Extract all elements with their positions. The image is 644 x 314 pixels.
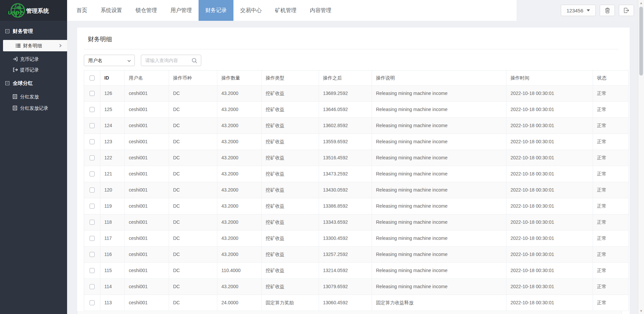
cell-coin: DC (169, 86, 217, 102)
row-checkbox[interactable] (90, 220, 95, 225)
table-row: 117 ceshi001 DC 43.2000 挖矿收益 13300.4592 … (84, 230, 628, 247)
row-checkbox-cell (84, 134, 100, 150)
cell-type: 固定算力奖励 (262, 295, 319, 311)
row-checkbox[interactable] (90, 300, 95, 305)
cell-status: 正常 (593, 279, 629, 295)
sidebar-item-withdraw-records[interactable]: 提币记录 (0, 63, 67, 76)
row-checkbox-cell (84, 230, 100, 247)
row-checkbox[interactable] (90, 91, 95, 96)
sidebar-item-dividend-grant[interactable]: 分红发放 (0, 90, 67, 103)
column-header-after: 操作之后 (319, 70, 372, 86)
filter-field-select[interactable]: 用户名 (84, 55, 135, 66)
row-checkbox[interactable] (90, 123, 95, 128)
sign-in-icon (13, 57, 18, 61)
row-checkbox-cell (84, 150, 100, 166)
sidebar-item-dividend-grant-records[interactable]: 分红发放记录 (0, 102, 67, 114)
nav-item-content-management[interactable]: 内容管理 (303, 0, 338, 21)
row-checkbox[interactable] (90, 252, 95, 257)
doc-icon (13, 94, 17, 99)
cell-after: 13473.2592 (319, 166, 372, 182)
row-checkbox[interactable] (90, 204, 95, 209)
title-divider (84, 49, 619, 49)
cell-username: ceshi001 (125, 279, 169, 295)
cell-type: 挖矿收益 (262, 198, 319, 214)
sidebar-section-finance[interactable]: 财务管理 (0, 26, 67, 36)
cell-coin: DC (169, 182, 217, 198)
cell-description: Releasing mining machine income (372, 230, 506, 247)
scrollbar-up-arrow[interactable]: ▲ (638, 1, 644, 5)
trash-button[interactable] (600, 5, 615, 16)
nav-item-home[interactable]: 首页 (70, 0, 94, 21)
row-checkbox-cell (84, 295, 100, 311)
row-checkbox[interactable] (90, 188, 95, 193)
row-checkbox[interactable] (90, 139, 95, 144)
trash-icon (605, 8, 610, 13)
sign-out-icon (13, 67, 18, 72)
cell-coin: DC (169, 166, 217, 182)
cell-amount: 43.2000 (217, 230, 262, 247)
nav-item-user-management[interactable]: 用户管理 (164, 0, 199, 21)
cell-id: 114 (100, 279, 125, 295)
nav-item-system-settings[interactable]: 系统设置 (94, 0, 129, 21)
row-checkbox[interactable] (90, 284, 95, 289)
top-header: USDZ 管理系统 首页 系统设置 锁仓管理 用户管理 财务记录 交易中心 矿机… (0, 0, 644, 21)
row-checkbox[interactable] (90, 236, 95, 241)
export-button[interactable] (619, 5, 634, 16)
nav-item-finance-records[interactable]: 财务记录 (199, 0, 233, 21)
cell-after: 13689.2592 (319, 86, 372, 102)
window-scrollbar[interactable]: ▲ ▼ (638, 0, 644, 314)
cell-coin: DC (169, 150, 217, 166)
cell-after: 13516.4592 (319, 150, 372, 166)
cell-amount: 43.2000 (217, 247, 262, 263)
table-row: 116 ceshi001 DC 43.2000 挖矿收益 13257.2592 … (84, 247, 628, 263)
cell-username: ceshi001 (125, 134, 169, 150)
row-checkbox-cell (84, 247, 100, 263)
column-header-coin: 操作币种 (169, 70, 217, 86)
doc-icon (13, 106, 17, 110)
cell-time: 2022-10-18 00:30:01 (506, 166, 593, 182)
scrollbar-thumb[interactable] (639, 7, 643, 75)
table-row: 124 ceshi001 DC 43.2000 挖矿收益 13602.8592 … (84, 118, 628, 134)
cell-after: 13559.6592 (319, 134, 372, 150)
cell-coin: DC (169, 263, 217, 279)
user-dropdown[interactable]: 123456 (561, 5, 596, 16)
nav-item-lockup-management[interactable]: 锁仓管理 (129, 0, 164, 21)
row-checkbox-cell (84, 166, 100, 182)
cell-description: Releasing mining machine income (372, 166, 506, 182)
nav-item-trade-center[interactable]: 交易中心 (233, 0, 268, 21)
row-checkbox[interactable] (90, 107, 95, 112)
row-checkbox[interactable] (90, 268, 95, 273)
column-header-description: 操作说明 (372, 70, 506, 86)
cell-after: 13430.0592 (319, 182, 372, 198)
select-all-checkbox[interactable] (84, 70, 100, 86)
table-row: 118 ceshi001 DC 43.2000 挖矿收益 13343.6592 … (84, 214, 628, 230)
cell-time: 2022-10-18 00:30:01 (506, 230, 593, 247)
sidebar-section-global-dividend[interactable]: 全球分红 (0, 78, 67, 88)
cell-type: 挖矿收益 (262, 134, 319, 150)
cell-after: 13646.0592 (319, 102, 372, 118)
search-input[interactable] (141, 55, 187, 66)
row-checkbox[interactable] (90, 155, 95, 160)
cell-id: 124 (100, 118, 125, 134)
row-checkbox-cell (84, 102, 100, 118)
nav-item-miner-management[interactable]: 矿机管理 (268, 0, 303, 21)
cell-status: 正常 (593, 247, 629, 263)
sidebar: 财务管理 财务明细 充币记录 (0, 21, 67, 314)
cell-description: Releasing mining machine income (372, 118, 506, 134)
sidebar-item-finance-detail[interactable]: 财务明细 (3, 40, 67, 51)
search-icon[interactable] (192, 58, 198, 64)
cell-type: 挖矿收益 (262, 86, 319, 102)
cell-amount: 43.2000 (217, 214, 262, 230)
cell-coin: DC (169, 279, 217, 295)
logo-block[interactable]: USDZ 管理系统 (0, 0, 67, 21)
sidebar-section-label: 全球分红 (13, 80, 33, 86)
chevron-right-icon (58, 44, 62, 47)
cell-type: 挖矿收益 (262, 182, 319, 198)
scrollbar-down-arrow[interactable]: ▼ (638, 309, 644, 313)
sidebar-item-label: 提币记录 (20, 67, 39, 72)
cell-username: ceshi001 (125, 86, 169, 102)
row-checkbox[interactable] (90, 171, 95, 176)
cell-id: 121 (100, 166, 125, 182)
row-checkbox-cell (84, 198, 100, 214)
cell-amount: 43.2000 (217, 86, 262, 102)
